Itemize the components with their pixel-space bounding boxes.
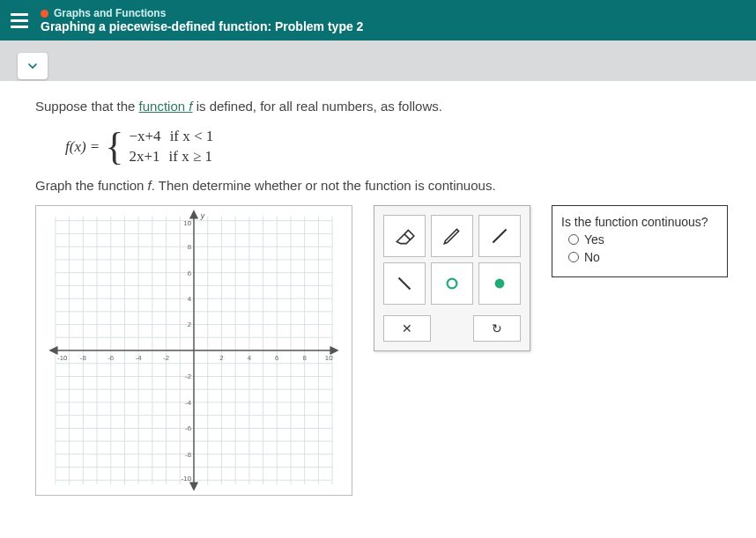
svg-text:-6: -6 [107,354,115,362]
left-brace-icon: { [105,129,123,165]
ray-icon [488,225,511,247]
svg-line-66 [493,229,506,242]
section-dot-icon [41,10,48,18]
category-label: Graphs and Functions [54,7,166,19]
svg-text:-6: -6 [185,424,192,432]
svg-text:-8: -8 [80,354,87,362]
svg-text:-4: -4 [136,354,143,362]
open-point-tool[interactable] [431,262,473,305]
svg-text:10: 10 [183,219,191,227]
svg-text:2: 2 [219,354,223,362]
instruction: Graph the function f. Then determine whe… [35,178,731,193]
svg-text:4: 4 [248,354,252,362]
axes [50,211,337,490]
clear-button[interactable]: ✕ [383,315,431,342]
svg-text:-8: -8 [185,451,192,459]
svg-text:6: 6 [188,269,192,277]
case2-cond: if x ≥ 1 [169,148,212,166]
svg-text:8: 8 [188,243,192,251]
svg-marker-44 [330,347,337,354]
radio-icon [568,234,579,245]
drawing-toolbox: ✕ ↻ [374,205,530,351]
answer-no[interactable]: No [568,250,715,264]
case2-expr: 2x+1 [129,148,159,166]
svg-text:-10: -10 [57,354,68,362]
svg-text:8: 8 [302,354,307,362]
expand-chevron-button[interactable] [18,53,48,79]
x-icon: ✕ [402,321,412,335]
svg-text:-2: -2 [163,354,169,362]
closed-point-tool[interactable] [478,262,521,305]
piecewise-definition: f(x) = { −x+4 if x < 1 2x+1 if x ≥ 1 [65,128,731,166]
closed-circle-icon [488,272,511,295]
segment-icon [393,272,416,295]
case1-expr: −x+4 [129,128,160,145]
x-tick-labels: -10 -8 -6 -4 -2 2 4 6 8 10 [57,354,333,362]
chevron-down-icon [26,59,40,73]
svg-text:6: 6 [275,354,279,362]
no-label: No [584,250,600,264]
app-header: Graphs and Functions Graphing a piecewis… [0,0,756,41]
y-axis-label: y [200,211,205,220]
answer-yes[interactable]: Yes [568,232,715,247]
svg-text:-2: -2 [185,372,191,380]
continuity-question: Is the function continuous? Yes No [552,205,728,277]
eraser-icon [393,225,416,247]
open-circle-icon [441,272,463,295]
breadcrumb: Graphs and Functions [41,7,363,19]
svg-text:10: 10 [325,354,333,362]
case1-cond: if x < 1 [170,128,214,145]
segment-tool[interactable] [383,262,426,305]
graph-canvas[interactable]: y 2 4 6 8 10 -2 -4 -6 -8 -10 -10 -8 [35,205,352,496]
svg-marker-45 [50,347,57,354]
svg-point-68 [448,279,457,289]
svg-line-67 [399,278,411,290]
eraser-tool[interactable] [383,215,426,257]
function-link[interactable]: function f [139,99,193,114]
svg-point-69 [495,279,505,289]
pencil-icon [441,225,463,247]
pencil-tool[interactable] [431,215,473,257]
question-text: Is the function continuous? [561,215,715,229]
undo-icon: ↻ [492,321,502,335]
radio-icon [568,252,579,262]
svg-marker-43 [190,483,197,490]
svg-text:-4: -4 [185,399,192,407]
svg-marker-42 [190,211,197,218]
undo-button[interactable]: ↻ [473,315,521,342]
problem-panel: Suppose that the function f is defined, … [0,81,756,538]
svg-text:-10: -10 [182,475,192,483]
menu-icon[interactable] [11,13,28,28]
problem-prompt: Suppose that the function f is defined, … [35,99,731,114]
svg-text:4: 4 [188,295,192,303]
ray-tool[interactable] [478,215,521,257]
yes-label: Yes [584,232,604,247]
svg-text:2: 2 [188,321,191,328]
page-title: Graphing a piecewise-defined function: P… [41,19,363,33]
